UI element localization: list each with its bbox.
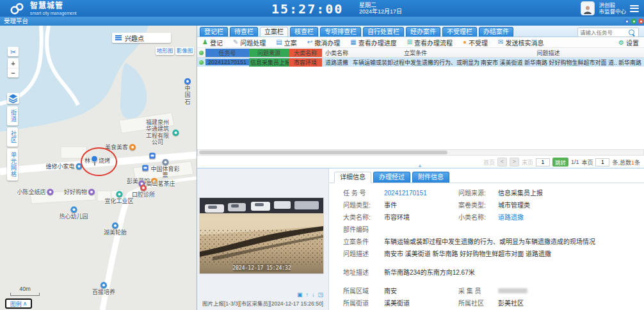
toolbar-label: 不受理 — [469, 38, 488, 47]
expand-icon[interactable]: ◳ — [318, 292, 324, 298]
table-row[interactable]: 202412170151信息采集员上报市容环境道路遗撒车辆运输或装卸过程中发生遗… — [197, 58, 644, 67]
poi-label: 热心幼儿园 — [59, 213, 88, 220]
toolbar-cancel-handle-button[interactable]: ↩撤消办理 — [307, 38, 340, 47]
scrollbar-thumb[interactable] — [199, 151, 447, 154]
map-poi-16[interactable]: 百援培养 — [92, 282, 115, 295]
report-photo[interactable]: 2024-12-17 15:24:32 — [200, 198, 323, 273]
header: 智慧城管 smart city management 15:27:00 星期二 … — [0, 0, 644, 17]
measure-tool-button[interactable]: ✂ — [8, 47, 19, 56]
prev-page-button[interactable]: < — [497, 158, 507, 167]
task-search-input[interactable] — [578, 29, 629, 36]
status-red-icon[interactable] — [638, 19, 643, 24]
imagery-map-button[interactable]: 影像图 — [175, 47, 194, 55]
map-layer-buttons: 街道社区单元网格 — [7, 106, 18, 183]
case-tab-2[interactable]: 待查栏 — [230, 27, 258, 37]
case-tabs: 登记栏待查栏立案栏核查栏专项排查栏自行处置栏经办案件不受理栏办结案件 — [200, 27, 513, 37]
layer-unit-grid-button[interactable]: 单元网格 — [7, 149, 18, 181]
case-tab-8[interactable]: 不受理栏 — [442, 27, 477, 37]
map-scale: 40m — [10, 286, 40, 296]
detail-tab-1[interactable]: 详细信息 — [334, 172, 371, 183]
layer-community-button[interactable]: 社区 — [7, 127, 18, 147]
pagination: 首页 < > 末页 跳转 1/1 本页 条,总数1条 — [483, 158, 640, 167]
reject-icon: ● — [463, 39, 467, 45]
field-label: 问题描述 — [343, 250, 384, 258]
case-tab-7[interactable]: 经办案件 — [406, 27, 440, 37]
map-poi-7[interactable]: 中国体育彩票 — [150, 159, 181, 179]
terrain-map-button[interactable]: 地形图 — [156, 47, 174, 55]
map-poi-2[interactable]: 福建泉州华通建筑 工程有限公司 — [144, 119, 179, 145]
field-value[interactable]: 道路遗撒 — [498, 213, 638, 222]
layers-button[interactable] — [7, 93, 19, 104]
user-box: 洪创毅 市监督中心 — [581, 1, 639, 15]
case-tab-3[interactable]: 立案栏 — [260, 27, 288, 37]
zoom-in-button[interactable]: + — [8, 58, 19, 68]
avatar[interactable] — [581, 1, 595, 15]
map-poi-14[interactable]: 热心幼儿园 — [59, 206, 88, 220]
poi-marker-icon — [173, 129, 179, 136]
toolbar-send-verify-button[interactable]: ✉发送核实消息 — [498, 38, 543, 47]
case-tab-6[interactable]: 自行处置栏 — [363, 27, 404, 37]
toolbar-view-progress-button[interactable]: ▦查看办理进度 — [350, 38, 396, 47]
detail-tab-2[interactable]: 办理经过 — [373, 172, 410, 183]
menu-icon[interactable] — [630, 3, 639, 13]
total-prefix: 条,总数 — [612, 159, 631, 166]
arrow-down-icon[interactable]: ↓ — [312, 292, 315, 298]
bus-stop-poi[interactable] — [143, 165, 149, 171]
field-label: 小类名称: — [458, 213, 498, 222]
map-poi-11[interactable]: 小陈全纸店 — [17, 189, 53, 195]
case-tab-5[interactable]: 专项排查栏 — [320, 27, 361, 37]
toolbar-file-case-button[interactable]: ▤立案 — [276, 38, 296, 47]
map-poi-13[interactable]: 宣化工业区 — [104, 191, 133, 204]
horizontal-scrollbar[interactable] — [197, 149, 644, 156]
toolbar-reject-button[interactable]: ●不受理 — [463, 38, 488, 47]
case-tab-1[interactable]: 登记栏 — [200, 27, 228, 37]
case-tab-4[interactable]: 核查栏 — [290, 27, 318, 37]
image-icon[interactable]: ▣ — [297, 292, 303, 298]
status-green-icon[interactable] — [631, 19, 636, 24]
map-poi-10[interactable]: 口腔诊所 — [132, 184, 155, 198]
per-page-input[interactable] — [595, 158, 609, 167]
map-poi-search[interactable]: 兴趣点 — [112, 33, 171, 43]
poi-marker-icon — [116, 191, 122, 197]
map-poi-6[interactable]: 维修小家电 — [45, 163, 82, 170]
send-verify-icon: ✉ — [498, 39, 503, 45]
map-poi-15[interactable]: 湖美轮胎 — [104, 222, 127, 236]
map-tools: ✂ + − — [8, 47, 19, 79]
settings-button[interactable]: ⚙ 设置 — [618, 37, 639, 48]
layer-street-button[interactable]: 街道 — [7, 106, 18, 126]
column-header: 问题描述 — [479, 49, 617, 57]
search-icon[interactable] — [629, 29, 634, 35]
toolbar-register-button[interactable]: ♟登记 — [202, 38, 223, 47]
platform-tab[interactable]: 受理平台 — [0, 17, 28, 24]
total-unit: 条 — [634, 159, 640, 166]
case-tab-9[interactable]: 办结案件 — [479, 27, 513, 37]
toolbar-view-flow-button[interactable]: ⊞查看办理流程 — [407, 38, 453, 47]
poi-label: 好好购物 — [64, 189, 87, 195]
map-canvas[interactable]: 中国石福建泉州华通建筑 工程有限公司美食美客维修小家电中国体育彩票彭美菜馆高山茗… — [0, 26, 197, 310]
zoom-out-button[interactable]: − — [8, 68, 19, 78]
detail-row: 所属街道溪美街道所属社区彭美社区 — [343, 299, 638, 307]
poi-label: 宣化工业区 — [104, 198, 133, 204]
toolbar-problem-handle-button[interactable]: ✎问题处理 — [233, 38, 266, 47]
field-value: 溪美街道 — [384, 299, 458, 307]
app-titles: 智慧城管 smart city management — [30, 2, 77, 15]
last-page-button[interactable]: 末页 — [522, 158, 533, 167]
legend-label: 图例 — [10, 300, 22, 308]
field-value[interactable]: 202412170151 — [384, 189, 458, 197]
next-page-button[interactable]: > — [510, 158, 519, 167]
bus-stop-poi[interactable] — [150, 153, 156, 159]
field-value: 城市管理类 — [498, 201, 638, 209]
field-label: 采 集 员 — [458, 287, 498, 295]
status-blue-icon[interactable] — [624, 19, 629, 24]
legend-button[interactable]: 图例 ∧ — [5, 298, 32, 309]
detail-tab-3[interactable]: 附件信息 — [412, 172, 449, 183]
map-poi-1[interactable]: 中国石 — [183, 78, 192, 105]
field-value: 车辆运输或装卸过程中发生遗撒的行为、或明显为车辆遗撒造成的现场情况 — [384, 238, 638, 246]
first-page-button[interactable]: 首页 — [483, 158, 495, 167]
app-title: 智慧城管 — [30, 2, 77, 10]
page-number-input[interactable] — [536, 158, 550, 167]
map-poi-12[interactable]: 好好购物 — [64, 189, 95, 195]
jump-button[interactable]: 跳转 — [552, 158, 568, 167]
arrow-up-icon[interactable]: ↑ — [306, 292, 309, 298]
row-cell: 信息采集员上报 — [249, 58, 289, 67]
